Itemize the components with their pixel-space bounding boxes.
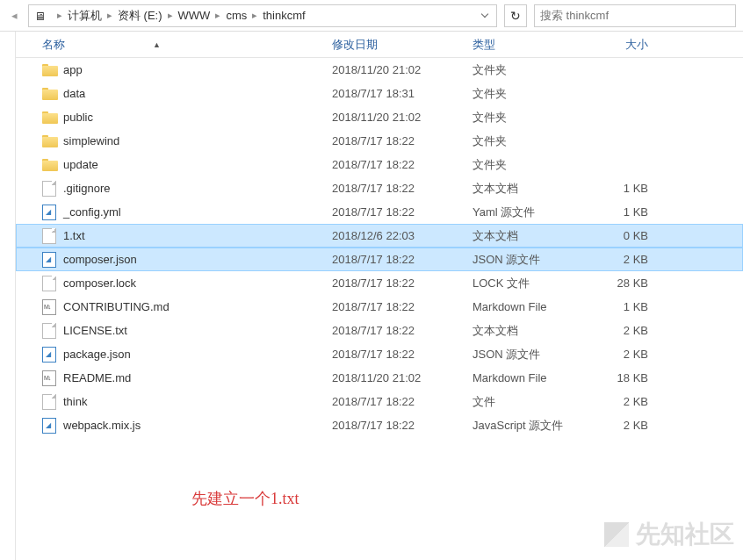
file-size: 2 KB [587, 395, 666, 408]
search-box[interactable] [534, 4, 736, 27]
file-type: 文件夹 [472, 110, 587, 126]
file-type: 文件夹 [472, 157, 587, 173]
folder-icon [42, 111, 58, 124]
breadcrumb-computer-icon[interactable]: 🖥 [32, 10, 54, 22]
file-name: _config.yml [63, 205, 332, 219]
folder-icon [42, 159, 58, 171]
file-name: composer.lock [63, 276, 332, 290]
refresh-button[interactable]: ↻ [504, 4, 527, 27]
file-name: composer.json [63, 253, 332, 266]
file-name: README.md [63, 371, 332, 384]
file-type: 文件夹 [472, 86, 587, 102]
file-date: 2018/11/20 21:02 [332, 111, 472, 124]
column-date-header[interactable]: 修改日期 [332, 37, 472, 53]
file-name: LICENSE.txt [63, 324, 332, 337]
file-type: Yaml 源文件 [472, 205, 587, 220]
file-row[interactable]: update2018/7/17 18:22文件夹 [16, 153, 743, 176]
file-type: JavaScript 源文件 [472, 418, 587, 434]
folder-icon [42, 64, 58, 76]
file-size: 2 KB [587, 348, 666, 361]
file-row[interactable]: .gitignore2018/7/17 18:22文本文档1 KB [16, 176, 743, 200]
file-date: 2018/7/17 18:22 [332, 205, 472, 219]
folder-icon [42, 88, 58, 100]
file-name: package.json [63, 348, 332, 361]
file-name: webpack.mix.js [63, 419, 332, 432]
search-input[interactable] [540, 9, 730, 22]
file-size: 2 KB [587, 419, 666, 432]
md-icon [42, 299, 56, 315]
file-date: 2018/7/17 18:22 [332, 134, 472, 147]
breadcrumb[interactable]: 🖥 ▸ 计算机 ▸ 资料 (E:) ▸ WWW ▸ cms ▸ thinkcmf [28, 4, 497, 27]
column-size-header[interactable]: 大小 [587, 37, 666, 53]
chevron-right-icon: ▸ [252, 10, 257, 21]
file-row[interactable]: think2018/7/17 18:22文件2 KB [16, 390, 743, 413]
nav-pane-edge[interactable] [0, 32, 16, 560]
file-list: app2018/11/20 21:02文件夹data2018/7/17 18:3… [16, 58, 743, 437]
breadcrumb-dropdown-button[interactable] [477, 5, 493, 26]
file-row[interactable]: composer.lock2018/7/17 18:22LOCK 文件28 KB [16, 271, 743, 295]
column-header: 名称 ▲ 修改日期 类型 大小 [16, 32, 743, 58]
breadcrumb-item[interactable]: 计算机 [66, 8, 104, 24]
file-row[interactable]: LICENSE.txt2018/7/17 18:22文本文档2 KB [16, 319, 743, 342]
file-type: Markdown File [472, 371, 587, 384]
breadcrumb-item[interactable]: thinkcmf [261, 9, 307, 22]
file-size: 1 KB [587, 182, 666, 195]
file-type: 文件夹 [472, 62, 587, 78]
file-row[interactable]: composer.json2018/7/17 18:22JSON 源文件2 KB [16, 248, 743, 271]
file-row[interactable]: webpack.mix.js2018/7/17 18:22JavaScript … [16, 413, 743, 437]
file-date: 2018/7/17 18:22 [332, 300, 472, 313]
watermark-text: 先知社区 [636, 518, 734, 551]
content-area: 名称 ▲ 修改日期 类型 大小 app2018/11/20 21:02文件夹da… [0, 32, 743, 560]
file-size: 28 KB [587, 276, 666, 290]
file-type: 文本文档 [472, 323, 587, 339]
breadcrumb-item[interactable]: cms [224, 9, 249, 22]
chevron-right-icon: ▸ [215, 10, 220, 21]
file-date: 2018/7/17 18:22 [332, 348, 472, 361]
file-row[interactable]: simplewind2018/7/17 18:22文件夹 [16, 129, 743, 153]
file-row[interactable]: app2018/11/20 21:02文件夹 [16, 58, 743, 82]
column-type-header[interactable]: 类型 [472, 37, 587, 53]
file-date: 2018/7/17 18:22 [332, 276, 472, 290]
watermark: 先知社区 [604, 518, 734, 551]
file-icon [42, 276, 56, 291]
file-row[interactable]: CONTRIBUTING.md2018/7/17 18:22Markdown F… [16, 295, 743, 319]
file-type: 文本文档 [472, 181, 587, 197]
file-date: 2018/7/17 18:22 [332, 395, 472, 408]
file-type: 文本文档 [472, 228, 587, 244]
file-name: public [63, 111, 332, 124]
file-type: Markdown File [472, 300, 587, 313]
file-name: simplewind [63, 134, 332, 147]
file-name: .gitignore [63, 182, 332, 195]
breadcrumb-item[interactable]: WWW [177, 9, 213, 22]
breadcrumb-item[interactable]: 资料 (E:) [116, 8, 164, 24]
sort-ascending-icon: ▲ [153, 40, 161, 49]
file-row[interactable]: public2018/11/20 21:02文件夹 [16, 105, 743, 129]
file-row[interactable]: _config.yml2018/7/17 18:22Yaml 源文件1 KB [16, 200, 743, 224]
file-row[interactable]: data2018/7/17 18:31文件夹 [16, 82, 743, 105]
refresh-icon: ↻ [510, 9, 521, 23]
file-type: 文件夹 [472, 133, 587, 149]
file-row[interactable]: package.json2018/7/17 18:22JSON 源文件2 KB [16, 342, 743, 366]
watermark-logo-icon [604, 522, 629, 547]
file-size: 2 KB [587, 324, 666, 337]
file-date: 2018/11/20 21:02 [332, 371, 472, 384]
file-type: 文件 [472, 394, 587, 410]
chevron-right-icon: ▸ [168, 10, 173, 21]
file-name: update [63, 158, 332, 171]
code-icon [42, 347, 56, 363]
file-date: 2018/7/17 18:31 [332, 87, 472, 100]
file-row[interactable]: README.md2018/11/20 21:02Markdown File18… [16, 366, 743, 390]
nav-back-icon[interactable]: ◂ [4, 5, 25, 26]
toolbar: ◂ 🖥 ▸ 计算机 ▸ 资料 (E:) ▸ WWW ▸ cms ▸ thinkc… [0, 0, 743, 32]
file-row[interactable]: 1.txt2018/12/6 22:03文本文档0 KB [16, 224, 743, 248]
file-size: 2 KB [587, 253, 666, 266]
column-name-header[interactable]: 名称 ▲ [42, 37, 332, 53]
file-name: think [63, 395, 332, 408]
file-date: 2018/7/17 18:22 [332, 182, 472, 195]
md-icon [42, 370, 56, 386]
file-date: 2018/12/6 22:03 [332, 229, 472, 242]
file-date: 2018/7/17 18:22 [332, 324, 472, 337]
file-type: JSON 源文件 [472, 347, 587, 363]
chevron-right-icon: ▸ [107, 10, 112, 21]
file-name: data [63, 87, 332, 100]
